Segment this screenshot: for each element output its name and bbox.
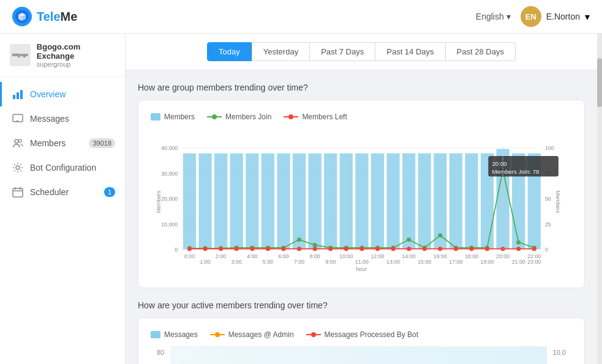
svg-rect-33 [230,154,243,250]
chart2-legend: Messages Messages @ Admin [151,330,572,339]
tab-past14[interactable]: Past 14 Days [375,42,445,61]
svg-point-76 [187,247,192,251]
chart1-card: Members Members Join [138,100,585,288]
svg-rect-47 [450,154,462,250]
header: TeleMe English ▾ EN E.Norton ▾ [0,0,602,34]
tab-yesterday[interactable]: Yesterday [252,42,310,61]
chart1-svg: 40,000 30,000 20,000 10,000 0 100 75 50 [151,128,572,275]
svg-point-97 [516,247,521,251]
chart2-y-left: 80 [157,349,164,356]
sidebar-item-overview[interactable]: Overview [0,82,125,106]
svg-point-92 [438,247,442,251]
scrollbar-thumb[interactable] [597,58,602,107]
svg-point-93 [454,247,458,251]
svg-rect-41 [355,154,368,250]
svg-text:100: 100 [545,145,554,151]
svg-point-5 [15,139,18,143]
svg-text:10:00: 10:00 [339,253,353,259]
logo: TeleMe [12,7,77,26]
sidebar-item-label-members: Members [30,138,66,148]
tab-past7[interactable]: Past 7 Days [310,42,375,61]
scrollbar-track[interactable] [597,34,602,364]
svg-point-85 [328,247,333,251]
svg-text:50: 50 [545,196,551,202]
svg-text:Members: Members [555,191,561,214]
sidebar: bitgogo Bgogo.com Exchange supergroup [0,34,126,364]
svg-point-82 [281,247,285,251]
avatar: EN [521,6,541,27]
sidebar-item-members[interactable]: Members 39018 [0,131,125,155]
svg-text:10,000: 10,000 [161,221,178,228]
svg-text:Members: Members [156,190,162,213]
svg-point-84 [313,247,317,251]
svg-rect-42 [371,154,384,250]
svg-point-83 [297,247,301,251]
svg-text:8:00: 8:00 [310,253,320,259]
legend-label-messages-admin: Messages @ Admin [228,330,294,339]
svg-text:15:00: 15:00 [418,259,431,265]
sidebar-item-label-bot-config: Bot Configuration [30,163,96,173]
language-selector[interactable]: English ▾ [476,12,511,21]
scheduler-badge: 1 [104,187,115,197]
svg-rect-43 [386,154,399,250]
legend-messages: Messages [151,330,198,339]
svg-text:16:00: 16:00 [434,253,447,259]
svg-point-131 [311,332,316,337]
calendar-icon [12,186,24,198]
tab-today[interactable]: Today [207,42,252,61]
svg-text:13:00: 13:00 [386,259,400,265]
svg-text:11:00: 11:00 [355,259,369,265]
sidebar-item-scheduler[interactable]: Scheduler 1 [0,180,125,204]
chart-icon [12,88,24,100]
svg-point-90 [407,247,411,251]
people-icon [12,137,24,149]
svg-rect-48 [465,154,478,250]
gear-icon [12,162,24,174]
legend-bar-members [151,113,160,121]
chart2-y-right: 10.0 [553,349,566,356]
sidebar-item-label-overview: Overview [30,89,66,99]
group-name: Bgogo.com Exchange [37,42,115,61]
tabs-bar: Today Yesterday Past 7 Days Past 14 Days… [126,34,597,70]
svg-point-80 [250,247,254,251]
header-right: English ▾ EN E.Norton ▾ [476,6,590,27]
svg-point-7 [16,166,20,169]
group-logo: bitgogo [10,44,31,66]
svg-rect-32 [214,154,227,250]
svg-text:21:00: 21:00 [512,259,525,265]
svg-point-129 [215,332,220,337]
chart2-card: Messages Messages @ Admin [138,318,585,364]
sidebar-item-label-messages: Messages [30,114,69,124]
user-menu[interactable]: EN E.Norton ▾ [521,6,590,27]
sidebar-item-messages[interactable]: Messages [0,106,125,131]
svg-point-74 [516,240,521,245]
group-details: Bgogo.com Exchange supergroup [37,42,115,68]
logo-icon [12,7,32,26]
legend-messages-admin: Messages @ Admin [210,330,294,339]
logo-text: TeleMe [37,10,77,24]
chart1-svg-wrapper: 40,000 30,000 20,000 10,000 0 100 75 50 [151,128,572,275]
svg-point-77 [203,247,208,251]
group-info: bitgogo Bgogo.com Exchange supergroup [0,34,125,77]
svg-text:14:00: 14:00 [402,253,416,259]
svg-text:20,000: 20,000 [161,196,178,202]
chart1-legend: Members Members Join [151,113,572,121]
svg-text:2:00: 2:00 [216,253,226,259]
nav-items: Overview Messages [0,77,125,209]
tab-past28[interactable]: Past 28 Days [446,42,516,61]
svg-text:18:00: 18:00 [465,253,478,259]
svg-text:0:00: 0:00 [184,253,195,259]
legend-members-join: Members Join [207,113,271,121]
svg-point-67 [407,237,411,242]
legend-label-members-join: Members Join [225,113,271,121]
sidebar-item-bot-configuration[interactable]: Bot Configuration [0,155,125,180]
svg-text:25: 25 [545,221,551,228]
svg-text:20:00: 20:00 [492,160,507,167]
svg-rect-40 [340,154,353,250]
svg-text:40,000: 40,000 [161,145,178,151]
group-type: supergroup [37,61,115,68]
svg-text:30,000: 30,000 [161,171,178,177]
members-badge: 39018 [89,138,115,148]
legend-label-messages: Messages [164,330,198,339]
svg-point-86 [344,247,348,251]
